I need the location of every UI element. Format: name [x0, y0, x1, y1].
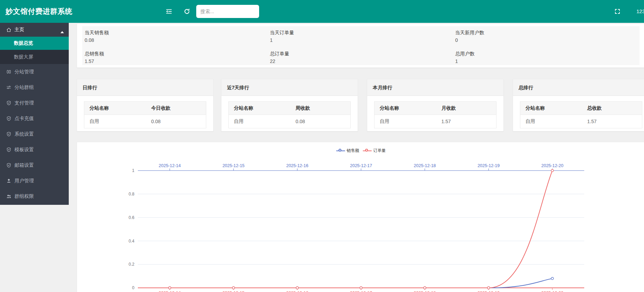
ranking-table: 分站名称今日收款自用0.08 — [84, 101, 206, 128]
ranking-card-title: 近7天排行 — [221, 79, 358, 96]
component-icon — [6, 69, 11, 74]
table-header-row: 分站名称周收款 — [229, 102, 350, 115]
stat-value: 22 — [270, 58, 454, 65]
series-line — [170, 171, 552, 288]
ranking-card-weekly: 近7天排行分站名称周收款自用0.08 — [221, 79, 358, 131]
data-point — [169, 287, 171, 289]
stat-label: 总销售额 — [85, 49, 269, 58]
sidebar-item-label: 群组权限 — [15, 193, 34, 200]
legend-label: 销售额 — [347, 148, 359, 154]
ranking-table: 分站名称月收款自用1.57 — [374, 101, 496, 128]
ranking-card-title: 日排行 — [77, 79, 213, 96]
table-header-cell: 分站名称 — [229, 105, 296, 111]
sidebar-item-substation-management[interactable]: 分站管理 — [0, 64, 69, 80]
stat-value: 0.08 — [85, 37, 269, 44]
refresh-button[interactable] — [183, 8, 190, 15]
search-input[interactable] — [196, 5, 259, 18]
table-header-row: 分站名称月收款 — [375, 102, 496, 115]
sidebar-item-label: 用户管理 — [15, 178, 34, 184]
ranking-card-total: 总排行分站名称总收款自用1.57 — [513, 79, 644, 131]
header-username[interactable]: 12345 — [636, 0, 644, 23]
sidebar-item-email-settings[interactable]: 邮箱设置 — [0, 157, 69, 173]
x-axis-bottom-label: 2025-12-20 — [541, 291, 564, 292]
sidebar-item-label: 模板设置 — [15, 147, 34, 153]
sidebar-item-home[interactable]: 主页 — [0, 23, 69, 37]
sidebar-item-substation-groups[interactable]: 分站群组 — [0, 80, 69, 95]
table-header-cell: 分站名称 — [520, 105, 587, 111]
ranking-card-title: 本月排行 — [367, 79, 503, 96]
sidebar-item-group-permissions[interactable]: 群组权限 — [0, 189, 69, 204]
x-axis-bottom-label: 2025-12-17 — [350, 291, 372, 292]
y-axis-label: 0 — [132, 285, 134, 290]
table-cell: 自用 — [375, 118, 442, 125]
shield-check-icon — [6, 131, 11, 137]
sidebar-item-payment-management[interactable]: 支付管理 — [0, 95, 69, 111]
y-axis-label: 0.2 — [129, 262, 134, 267]
stat-value: 1.57 — [85, 58, 269, 65]
users-icon — [6, 194, 11, 199]
sliders-icon — [6, 85, 11, 90]
table-header-row: 分站名称今日收款 — [84, 102, 206, 115]
shield-check-icon — [6, 116, 11, 121]
table-cell: 1.57 — [587, 119, 642, 124]
data-point — [360, 287, 362, 289]
x-axis-top-label: 2025-12-18 — [414, 163, 436, 168]
table-row: 自用1.57 — [520, 115, 642, 128]
legend-marker-icon — [363, 149, 372, 153]
stat-label: 当天新用户数 — [455, 28, 640, 37]
sales-orders-chart[interactable]: 00.20.40.60.812025-12-142025-12-152025-1… — [77, 142, 644, 292]
sidebar-item-label: 分站管理 — [15, 69, 34, 75]
x-axis-top-label: 2025-12-19 — [477, 163, 500, 168]
data-point — [551, 277, 553, 280]
table-header-cell: 分站名称 — [84, 105, 151, 111]
sidebar-item-template-settings[interactable]: 模板设置 — [0, 142, 69, 157]
y-axis-label: 0.6 — [129, 215, 134, 220]
stats-card: 当天销售额0.08总销售额1.57当天订单量1总订单量22当天新用户数0总用户数… — [77, 24, 644, 68]
stat-label: 总用户数 — [455, 49, 640, 58]
shield-check-icon — [6, 163, 11, 168]
x-axis-bottom-label: 2025-12-14 — [159, 291, 181, 292]
data-point — [424, 287, 426, 289]
app-title: 妙文馆付费进群系统 — [6, 0, 73, 23]
sidebar-item-label: 分站群组 — [15, 84, 34, 91]
x-axis-bottom-label: 2025-12-15 — [222, 291, 245, 292]
legend-label: 订单量 — [373, 148, 386, 154]
sidebar-item-label: 点卡充值 — [15, 116, 34, 122]
table-cell: 自用 — [229, 118, 296, 125]
table-cell: 0.08 — [296, 119, 350, 124]
refresh-icon — [183, 8, 190, 15]
home-icon — [6, 27, 11, 33]
fullscreen-button[interactable] — [614, 8, 621, 15]
shield-check-icon — [6, 100, 11, 106]
stat-value: 1 — [455, 58, 640, 65]
legend-item-orders[interactable]: 订单量 — [363, 148, 386, 154]
x-axis-top-label: 2025-12-20 — [541, 163, 564, 168]
sidebar-item-data-screen[interactable]: 数据大屏 — [0, 50, 69, 64]
sidebar-item-card-recharge[interactable]: 点卡充值 — [0, 111, 69, 126]
collapse-menu-button[interactable] — [165, 8, 172, 15]
table-header-cell: 总收款 — [587, 105, 642, 111]
chevron-up-icon — [60, 29, 64, 31]
user-icon — [6, 178, 11, 183]
stat-label: 总订单量 — [270, 49, 454, 58]
sidebar-submenu: 数据总览数据大屏 — [0, 37, 69, 64]
ranking-card-title: 总排行 — [513, 79, 644, 96]
sidebar-item-label: 系统设置 — [15, 131, 34, 137]
sidebar-item-user-management[interactable]: 用户管理 — [0, 173, 69, 189]
legend-item-sales[interactable]: 销售额 — [336, 148, 359, 154]
x-axis-bottom-label: 2025-12-18 — [414, 291, 436, 292]
table-row: 自用0.08 — [229, 115, 350, 128]
y-axis-label: 0.8 — [129, 192, 134, 197]
sidebar-item-label: 主页 — [15, 27, 24, 33]
stats-panel: 当天销售额0.08总销售额1.57当天订单量1总订单量22当天新用户数0总用户数… — [82, 26, 640, 65]
x-axis-top-label: 2025-12-17 — [350, 163, 372, 168]
sidebar-item-system-settings[interactable]: 系统设置 — [0, 126, 69, 142]
y-axis-label: 1 — [132, 168, 134, 173]
table-cell: 1.57 — [442, 119, 496, 124]
stat-label: 当天订单量 — [270, 28, 454, 37]
sidebar-item-data-overview[interactable]: 数据总览 — [0, 37, 69, 50]
chart-card: 销售额订单量 00.20.40.60.812025-12-142025-12-1… — [77, 142, 644, 292]
data-point — [232, 287, 235, 289]
shield-check-icon — [6, 147, 11, 152]
sidebar-menu: 主页数据总览数据大屏分站管理分站群组支付管理点卡充值系统设置模板设置邮箱设置用户… — [0, 23, 69, 205]
